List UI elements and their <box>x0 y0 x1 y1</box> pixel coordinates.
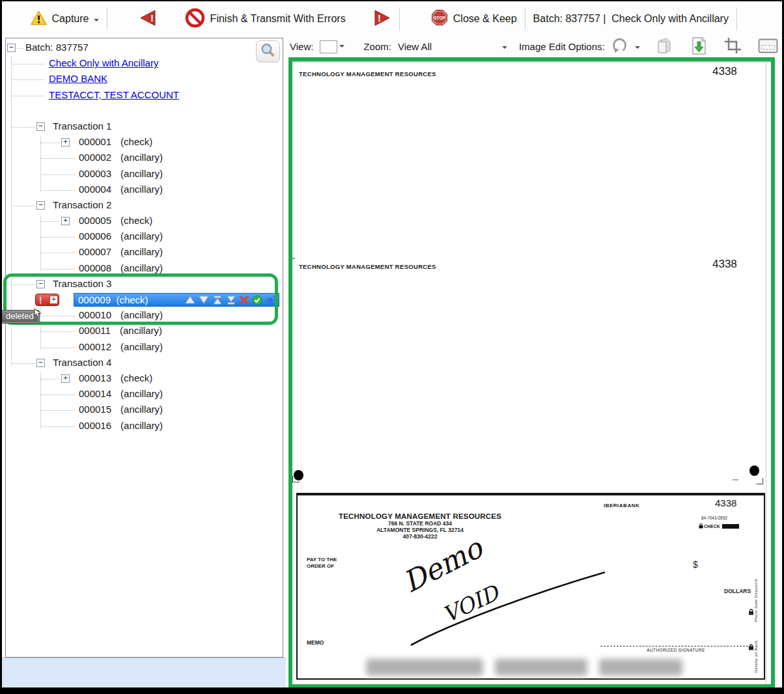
expand-icon[interactable]: + <box>61 138 70 146</box>
lock-icon <box>699 523 703 529</box>
tree-node-item-selected: !+000009 (check) <box>6 292 283 308</box>
item-label[interactable]: 000011(ancillary) <box>79 325 162 336</box>
zoom-label: Zoom: <box>363 41 391 52</box>
chevron-down-icon[interactable] <box>339 45 344 50</box>
chevron-down-icon[interactable] <box>94 19 99 24</box>
expand-icon[interactable]: + <box>49 296 58 304</box>
expand-icon[interactable]: + <box>61 217 70 225</box>
toolbar-separator <box>525 7 525 31</box>
transaction-label: Transaction 1 <box>53 120 111 132</box>
collapse-icon[interactable]: − <box>36 359 45 367</box>
finish-transmit-label: Finish & Transmit With Errors <box>210 13 346 25</box>
tree-node-item: 000004(ancillary) <box>6 182 283 198</box>
view-dropdown-box[interactable] <box>320 40 337 53</box>
capture-button[interactable]: Capture <box>2 0 104 40</box>
tree-guide <box>40 373 41 428</box>
micr-card-button[interactable] <box>757 38 779 56</box>
collapse-icon[interactable]: − <box>7 44 16 52</box>
item-label[interactable]: 000002(ancillary) <box>79 152 163 163</box>
check-fraction: 84-7041/2652 <box>701 516 727 520</box>
move-up-icon[interactable] <box>185 296 195 304</box>
error-badge-icon: !+ <box>35 294 59 306</box>
search-button[interactable] <box>256 40 280 62</box>
lock-icon <box>748 641 754 653</box>
check-armor-logo: CHECK <box>699 523 739 529</box>
check-image: IBERIABANK 4338 84-7041/2652 CHECK TECHN… <box>296 493 765 680</box>
collapse-icon[interactable]: − <box>36 280 45 288</box>
expand-icon[interactable]: + <box>61 374 70 383</box>
zoom-dropdown[interactable]: View All <box>398 41 507 52</box>
move-down-icon[interactable] <box>199 296 209 304</box>
check-bank-name: IBERIABANK <box>604 503 639 508</box>
check-company-name: TECHNOLOGY MANAGEMENT RESOURCES <box>333 512 507 520</box>
item-label[interactable]: 000008(ancillary) <box>79 262 163 273</box>
move-to-top-icon[interactable] <box>212 296 223 305</box>
image-viewer-toolbar: View: Zoom: View All Image Edit Options: <box>290 36 780 57</box>
collapse-icon[interactable]: − <box>36 201 45 210</box>
corner-mark-right <box>756 478 763 484</box>
view-label: View: <box>290 41 313 52</box>
void-handwriting: Demo VOID <box>371 533 637 653</box>
item-label[interactable]: 000012(ancillary) <box>79 341 163 352</box>
item-label[interactable]: 000005(check) <box>79 215 152 226</box>
item-label[interactable]: 000016(ancillary) <box>79 420 163 431</box>
item-label[interactable]: 000006(ancillary) <box>79 230 163 242</box>
item-label[interactable]: 000015(ancillary) <box>79 404 163 415</box>
tree-node-link: TESTACCT, TEST ACCOUNT <box>6 88 283 104</box>
item-label[interactable]: 000013(check) <box>79 372 152 383</box>
selected-item-row[interactable]: 000009 (check) <box>74 293 279 307</box>
collapse-icon[interactable]: − <box>36 122 45 131</box>
delete-icon[interactable] <box>240 296 249 304</box>
authorized-signature-label: AUTHORIZED SIGNATURE <box>600 646 751 652</box>
tree-node-transaction: −Transaction 4 <box>6 355 283 371</box>
view-dropdown[interactable] <box>320 40 346 53</box>
flip-image-button[interactable] <box>653 36 675 58</box>
tree-link-2[interactable]: TESTACCT, TEST ACCOUNT <box>49 89 179 100</box>
zoom-value: View All <box>398 41 502 52</box>
tree-node-item: 000008(ancillary) <box>6 261 283 277</box>
warning-triangle-icon <box>7 0 47 40</box>
item-label[interactable]: 000014(ancillary) <box>79 388 163 399</box>
accept-icon[interactable] <box>252 295 262 305</box>
item-label[interactable]: 000001(check) <box>79 136 152 147</box>
tree-node-item: 000002(ancillary) <box>6 150 283 166</box>
item-label[interactable]: 000007(ancillary) <box>79 246 163 257</box>
lock-icon <box>748 606 754 618</box>
item-label[interactable]: 000003(ancillary) <box>79 168 163 179</box>
crop-icon <box>724 37 742 56</box>
move-to-bottom-icon[interactable] <box>226 296 236 305</box>
tree-node-item: 000014(ancillary) <box>6 387 283 402</box>
save-image-button[interactable] <box>688 36 710 58</box>
memo-label: MEMO <box>307 639 324 646</box>
check-address-1: 766 N. STATE ROAD 434 <box>333 520 507 527</box>
tree-link-0[interactable]: Check Only with Ancillary <box>49 57 158 68</box>
toolbar-separator <box>736 7 737 31</box>
status-line-1: 4 Transactions | 4 Checks | 0 Coupons | <box>8 686 279 694</box>
move-out-icon[interactable] <box>266 296 276 305</box>
image-right-edge <box>766 61 766 684</box>
check-image-viewer[interactable]: TECHNOLOGY MANAGEMENT RESOURCES 4338 TEC… <box>288 57 775 688</box>
application-window: Capture ! Finish & Transmit With Errors … <box>0 0 784 694</box>
rotate-button[interactable] <box>609 36 631 57</box>
tree-node-item: +000013(check) <box>6 371 283 387</box>
tree-node-link: DEMO BANK <box>6 72 283 87</box>
registration-tick <box>292 258 295 259</box>
dollar-sign: $ <box>693 559 698 570</box>
deleted-badge: deleted <box>1 310 40 324</box>
page2-company-text: TECHNOLOGY MANAGEMENT RESOURCES <box>299 263 436 270</box>
signature-line: AUTHORIZED SIGNATURE <box>600 646 751 652</box>
item-label[interactable]: 000004(ancillary) <box>79 184 163 195</box>
chevron-down-icon[interactable] <box>635 46 640 51</box>
chevron-down-icon[interactable] <box>502 46 507 51</box>
registration-dot-right <box>749 465 759 476</box>
crop-button[interactable] <box>723 36 744 57</box>
image-edit-options-label: Image Edit Options: <box>519 41 605 52</box>
close-keep-button[interactable]: STOP Close & Keep <box>402 0 522 40</box>
item-label[interactable]: 000010(ancillary) <box>79 309 163 320</box>
page1-check-number: 4338 <box>712 65 737 78</box>
scanned-image: TECHNOLOGY MANAGEMENT RESOURCES 4338 TEC… <box>292 61 771 684</box>
tree-node-item: 000007(ancillary) <box>6 245 283 260</box>
tree-node-transaction: −Transaction 2 <box>6 198 283 214</box>
tree-link-1[interactable]: DEMO BANK <box>49 73 107 84</box>
svg-text:!: ! <box>378 12 381 23</box>
